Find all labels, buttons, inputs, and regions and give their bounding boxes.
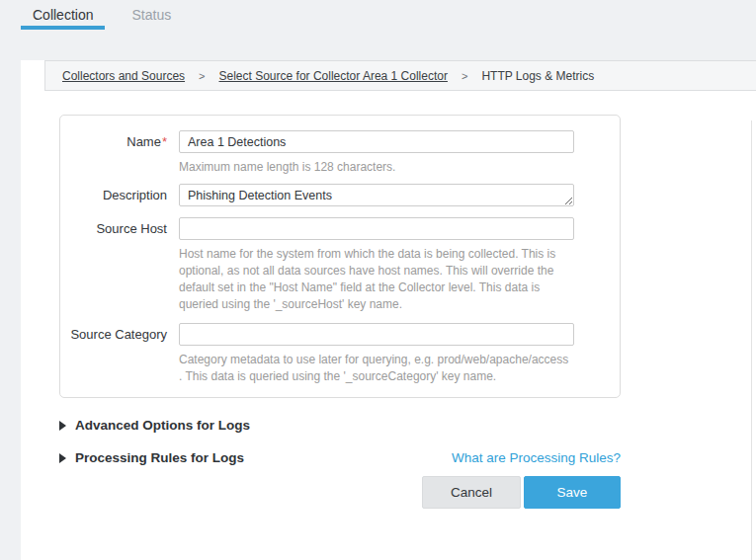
processing-rules-label: Processing Rules for Logs	[75, 450, 244, 465]
tab-collection-label: Collection	[33, 7, 93, 23]
source-category-field-row: Source Category Category metadata to use…	[60, 323, 620, 385]
section-advanced-options-for-logs[interactable]: Advanced Options for Logs	[59, 418, 756, 433]
what-are-processing-rules-link[interactable]: What are Processing Rules?	[452, 450, 621, 465]
breadcrumb-link-select-source[interactable]: Select Source for Collector Area 1 Colle…	[219, 69, 448, 83]
tab-status-label: Status	[131, 7, 171, 23]
source-host-input[interactable]	[179, 217, 574, 240]
cancel-button[interactable]: Cancel	[422, 476, 521, 509]
right-edge-divider	[751, 120, 752, 560]
action-buttons: Cancel Save	[59, 476, 621, 509]
name-input[interactable]	[179, 130, 574, 153]
page: { "tabs": { "collection": "Collection", …	[0, 0, 756, 560]
content-pane: Collectors and Sources > Select Source f…	[21, 60, 756, 560]
breadcrumb-separator: >	[199, 70, 205, 82]
source-category-label: Source Category	[60, 323, 167, 385]
source-host-label: Source Host	[60, 217, 167, 313]
source-host-help-text: Host name for the system from which the …	[179, 246, 574, 313]
triangle-right-icon	[59, 453, 66, 463]
source-host-field-row: Source Host Host name for the system fro…	[60, 217, 620, 313]
name-help-text: Maximum name length is 128 characters.	[179, 159, 574, 176]
name-field-row: Name* Maximum name length is 128 charact…	[60, 130, 620, 176]
tab-bar: Collection Status	[0, 0, 756, 30]
breadcrumb-separator: >	[462, 70, 467, 82]
source-category-input[interactable]	[179, 323, 574, 346]
source-config-panel: Name* Maximum name length is 128 charact…	[59, 115, 621, 398]
breadcrumb-link-collectors-and-sources[interactable]: Collectors and Sources	[62, 69, 185, 83]
description-label: Description	[60, 184, 167, 206]
breadcrumb-current-page: HTTP Logs & Metrics	[481, 69, 594, 83]
source-category-help-text: Category metadata to use later for query…	[179, 352, 574, 385]
tab-collection[interactable]: Collection	[21, 0, 105, 30]
triangle-right-icon	[59, 421, 66, 431]
name-label: Name*	[60, 130, 167, 176]
description-field-row: Description Phishing Detection Events	[60, 184, 620, 206]
description-textarea[interactable]: Phishing Detection Events	[179, 184, 574, 206]
tab-status[interactable]: Status	[120, 0, 183, 30]
breadcrumb: Collectors and Sources > Select Source f…	[44, 60, 756, 91]
section-processing-rules-for-logs[interactable]: Processing Rules for Logs	[59, 450, 244, 465]
required-asterisk: *	[162, 134, 167, 149]
advanced-options-label: Advanced Options for Logs	[75, 418, 250, 433]
save-button[interactable]: Save	[524, 476, 621, 509]
